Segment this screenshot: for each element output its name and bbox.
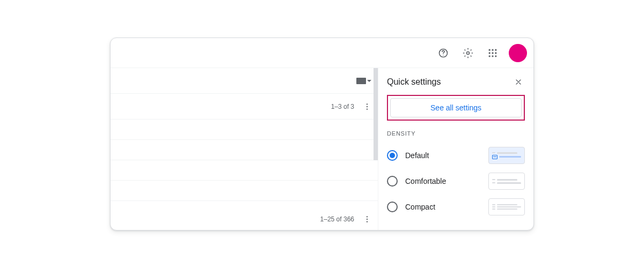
density-options: Default Comfortable xyxy=(387,144,525,218)
svg-point-8 xyxy=(495,52,496,54)
density-preview-compact xyxy=(488,198,525,215)
pagination-text-top: 1–3 of 3 xyxy=(331,103,354,110)
svg-point-1 xyxy=(443,55,443,55)
keyboard-icon xyxy=(356,78,366,84)
settings-header: Quick settings xyxy=(387,76,525,88)
settings-title: Quick settings xyxy=(387,77,441,87)
svg-point-7 xyxy=(492,52,493,54)
main-pane: 1–3 of 3 1–25 of 366 xyxy=(111,68,378,230)
radio-icon xyxy=(387,150,398,161)
input-method-indicator[interactable] xyxy=(356,78,371,84)
svg-point-13 xyxy=(367,106,368,107)
app-window: 1–3 of 3 1–25 of 366 xyxy=(110,38,534,230)
avatar[interactable] xyxy=(509,44,527,62)
density-heading: DENSITY xyxy=(387,130,525,137)
more-menu-bottom[interactable] xyxy=(361,213,374,226)
see-all-highlight: See all settings xyxy=(387,95,525,121)
pagination-text-bottom: 1–25 of 366 xyxy=(320,215,354,223)
section-pagination-bottom: 1–25 of 366 xyxy=(320,213,374,226)
quick-settings-panel: Quick settings See all settings DENSITY … xyxy=(378,68,533,230)
svg-point-12 xyxy=(367,103,368,105)
gear-icon[interactable] xyxy=(457,42,479,64)
list-row[interactable] xyxy=(111,120,378,140)
svg-point-2 xyxy=(467,51,470,54)
list-row[interactable] xyxy=(111,140,378,160)
section-pagination-top: 1–3 of 3 xyxy=(111,94,378,120)
scrollbar[interactable] xyxy=(374,68,378,160)
density-option-comfortable[interactable]: Comfortable xyxy=(387,170,525,192)
svg-point-17 xyxy=(367,221,368,222)
radio-icon xyxy=(387,176,398,187)
apps-grid-icon[interactable] xyxy=(482,42,503,64)
topbar xyxy=(111,38,533,68)
list-row[interactable] xyxy=(111,181,378,201)
svg-point-14 xyxy=(367,108,368,109)
svg-point-10 xyxy=(492,55,493,57)
density-option-default[interactable]: Default xyxy=(387,144,525,167)
svg-point-9 xyxy=(489,55,491,57)
chevron-down-icon xyxy=(367,80,371,82)
density-preview-default xyxy=(488,147,525,164)
mail-icon xyxy=(492,155,497,159)
more-menu-top[interactable] xyxy=(361,100,374,113)
svg-point-11 xyxy=(495,55,496,57)
option-label: Compact xyxy=(405,203,435,211)
section-toolbar xyxy=(111,68,378,94)
help-icon[interactable] xyxy=(433,42,454,64)
close-icon[interactable] xyxy=(512,76,525,88)
radio-icon xyxy=(387,202,398,212)
svg-point-4 xyxy=(492,49,493,50)
svg-point-15 xyxy=(367,216,368,217)
list-row[interactable] xyxy=(111,160,378,181)
svg-point-5 xyxy=(495,49,496,50)
svg-point-3 xyxy=(489,49,491,50)
see-all-settings-button[interactable]: See all settings xyxy=(390,98,522,117)
svg-point-16 xyxy=(367,219,368,220)
density-option-compact[interactable]: Compact xyxy=(387,196,525,218)
density-preview-comfortable xyxy=(488,173,525,190)
svg-point-6 xyxy=(489,52,491,54)
option-label: Comfortable xyxy=(405,177,446,185)
content-area: 1–3 of 3 1–25 of 366 xyxy=(111,68,533,230)
option-label: Default xyxy=(405,151,429,160)
